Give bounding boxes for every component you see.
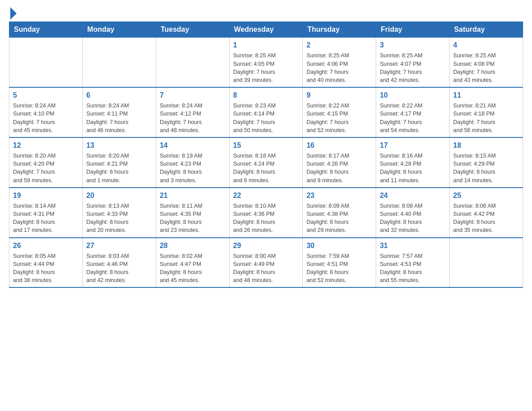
day-info: Sunrise: 8:21 AMSunset: 4:18 PMDaylight:… [453,102,519,134]
day-info: Sunrise: 8:00 AMSunset: 4:49 PMDaylight:… [233,252,299,285]
day-info: Sunrise: 8:25 AMSunset: 4:07 PMDaylight:… [380,51,446,84]
calendar-cell: 30Sunrise: 7:59 AMSunset: 4:51 PMDayligh… [303,238,376,288]
calendar-cell: 23Sunrise: 8:09 AMSunset: 4:38 PMDayligh… [303,188,376,238]
day-number: 6 [86,90,152,100]
day-info: Sunrise: 8:19 AMSunset: 4:23 PMDaylight:… [160,152,226,184]
day-number: 24 [380,191,446,201]
calendar-cell: 14Sunrise: 8:19 AMSunset: 4:23 PMDayligh… [156,137,229,188]
calendar-cell: 4Sunrise: 8:25 AMSunset: 4:08 PMDaylight… [450,38,523,87]
day-number: 31 [380,241,446,251]
day-number: 11 [453,90,519,100]
calendar-cell: 29Sunrise: 8:00 AMSunset: 4:49 PMDayligh… [229,238,303,288]
day-info: Sunrise: 8:06 AMSunset: 4:42 PMDaylight:… [453,202,519,235]
day-info: Sunrise: 8:23 AMSunset: 4:14 PMDaylight:… [233,102,299,134]
calendar-day-header: Saturday [450,22,523,38]
day-info: Sunrise: 8:22 AMSunset: 4:17 PMDaylight:… [380,102,446,134]
calendar-day-header: Thursday [303,22,376,38]
calendar-cell: 1Sunrise: 8:25 AMSunset: 4:05 PMDaylight… [229,38,303,87]
calendar-week-row: 19Sunrise: 8:14 AMSunset: 4:31 PMDayligh… [9,188,523,238]
day-info: Sunrise: 8:02 AMSunset: 4:47 PMDaylight:… [160,252,226,285]
day-number: 22 [233,191,299,201]
calendar-cell: 18Sunrise: 8:15 AMSunset: 4:29 PMDayligh… [450,137,523,188]
calendar-day-header: Tuesday [156,22,229,38]
calendar-cell: 3Sunrise: 8:25 AMSunset: 4:07 PMDaylight… [376,38,450,87]
calendar-cell: 13Sunrise: 8:20 AMSunset: 4:21 PMDayligh… [82,137,156,188]
calendar-week-row: 5Sunrise: 8:24 AMSunset: 4:10 PMDaylight… [9,87,523,137]
day-number: 18 [453,141,519,150]
day-number: 29 [233,241,299,251]
calendar-cell: 8Sunrise: 8:23 AMSunset: 4:14 PMDaylight… [229,87,303,137]
calendar-cell: 16Sunrise: 8:17 AMSunset: 4:26 PMDayligh… [303,137,376,188]
calendar-cell: 17Sunrise: 8:16 AMSunset: 4:28 PMDayligh… [376,137,450,188]
day-info: Sunrise: 8:13 AMSunset: 4:33 PMDaylight:… [86,202,152,235]
day-info: Sunrise: 8:22 AMSunset: 4:15 PMDaylight:… [306,102,372,134]
logo-arrow-icon [10,7,17,20]
day-number: 15 [233,141,299,150]
calendar-day-header: Monday [82,22,156,38]
calendar-cell: 24Sunrise: 8:08 AMSunset: 4:40 PMDayligh… [376,188,450,238]
day-number: 5 [13,90,79,100]
calendar-cell: 25Sunrise: 8:06 AMSunset: 4:42 PMDayligh… [450,188,523,238]
day-info: Sunrise: 8:18 AMSunset: 4:24 PMDaylight:… [233,152,299,184]
day-info: Sunrise: 8:08 AMSunset: 4:40 PMDaylight:… [380,202,446,235]
calendar-cell: 21Sunrise: 8:11 AMSunset: 4:35 PMDayligh… [156,188,229,238]
calendar-cell: 6Sunrise: 8:24 AMSunset: 4:11 PMDaylight… [82,87,156,137]
day-number: 10 [380,90,446,100]
calendar-cell: 12Sunrise: 8:20 AMSunset: 4:20 PMDayligh… [9,137,83,188]
calendar-day-header: Sunday [9,22,83,38]
calendar-cell [450,238,523,288]
day-number: 12 [13,141,79,150]
day-info: Sunrise: 8:05 AMSunset: 4:44 PMDaylight:… [13,252,79,285]
day-info: Sunrise: 7:59 AMSunset: 4:51 PMDaylight:… [306,252,372,285]
calendar-cell: 5Sunrise: 8:24 AMSunset: 4:10 PMDaylight… [9,87,83,137]
day-number: 20 [86,191,152,201]
day-number: 19 [13,191,79,201]
calendar-week-row: 26Sunrise: 8:05 AMSunset: 4:44 PMDayligh… [9,238,523,288]
calendar-cell: 9Sunrise: 8:22 AMSunset: 4:15 PMDaylight… [303,87,376,137]
day-number: 23 [306,191,372,201]
day-number: 27 [86,241,152,251]
day-info: Sunrise: 8:25 AMSunset: 4:06 PMDaylight:… [306,51,372,84]
day-info: Sunrise: 8:20 AMSunset: 4:21 PMDaylight:… [86,152,152,184]
day-number: 26 [13,241,79,251]
calendar-cell: 27Sunrise: 8:03 AMSunset: 4:46 PMDayligh… [82,238,156,288]
day-number: 16 [306,141,372,150]
calendar-day-header: Friday [376,22,450,38]
day-number: 1 [233,40,299,50]
day-number: 3 [380,40,446,50]
calendar-cell: 2Sunrise: 8:25 AMSunset: 4:06 PMDaylight… [303,38,376,87]
calendar-cell: 22Sunrise: 8:10 AMSunset: 4:36 PMDayligh… [229,188,303,238]
day-info: Sunrise: 8:10 AMSunset: 4:36 PMDaylight:… [233,202,299,235]
day-info: Sunrise: 8:14 AMSunset: 4:31 PMDaylight:… [13,202,79,235]
day-info: Sunrise: 8:25 AMSunset: 4:05 PMDaylight:… [233,51,299,84]
logo [9,9,17,17]
day-number: 25 [453,191,519,201]
calendar-cell: 11Sunrise: 8:21 AMSunset: 4:18 PMDayligh… [450,87,523,137]
day-info: Sunrise: 8:15 AMSunset: 4:29 PMDaylight:… [453,152,519,184]
calendar-cell: 7Sunrise: 8:24 AMSunset: 4:12 PMDaylight… [156,87,229,137]
day-number: 17 [380,141,446,150]
day-info: Sunrise: 8:16 AMSunset: 4:28 PMDaylight:… [380,152,446,184]
calendar-cell [9,38,83,87]
day-info: Sunrise: 8:25 AMSunset: 4:08 PMDaylight:… [453,51,519,84]
day-number: 9 [306,90,372,100]
calendar-cell: 26Sunrise: 8:05 AMSunset: 4:44 PMDayligh… [9,238,83,288]
day-number: 21 [160,191,226,201]
page-header [9,9,523,17]
calendar-cell [82,38,156,87]
day-number: 7 [160,90,226,100]
day-number: 2 [306,40,372,50]
day-number: 13 [86,141,152,150]
day-info: Sunrise: 8:24 AMSunset: 4:12 PMDaylight:… [160,102,226,134]
calendar-cell: 10Sunrise: 8:22 AMSunset: 4:17 PMDayligh… [376,87,450,137]
calendar-day-header: Wednesday [229,22,303,38]
calendar-cell: 28Sunrise: 8:02 AMSunset: 4:47 PMDayligh… [156,238,229,288]
day-number: 8 [233,90,299,100]
day-number: 28 [160,241,226,251]
day-info: Sunrise: 8:17 AMSunset: 4:26 PMDaylight:… [306,152,372,184]
calendar-header-row: SundayMondayTuesdayWednesdayThursdayFrid… [9,22,523,38]
day-info: Sunrise: 8:20 AMSunset: 4:20 PMDaylight:… [13,152,79,184]
calendar-week-row: 12Sunrise: 8:20 AMSunset: 4:20 PMDayligh… [9,137,523,188]
day-number: 14 [160,141,226,150]
day-number: 30 [306,241,372,251]
